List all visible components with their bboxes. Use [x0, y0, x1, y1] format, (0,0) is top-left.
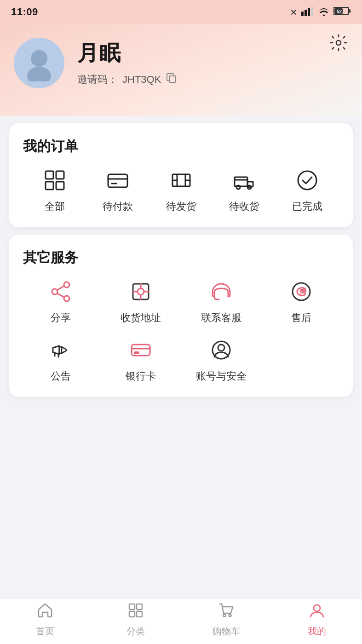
nav-category-label: 分类: [126, 625, 145, 638]
nav-mine-label: 我的: [308, 625, 326, 638]
nav-cart[interactable]: 购物车: [181, 602, 272, 638]
orders-card: 我的订单 全部: [9, 123, 353, 227]
avatar[interactable]: [14, 38, 64, 88]
order-receiving-label: 待收货: [229, 200, 259, 213]
svg-point-8: [336, 40, 341, 45]
service-support-label: 联系客服: [201, 311, 241, 325]
svg-point-56: [314, 605, 320, 611]
order-shipping[interactable]: 待发货: [149, 169, 213, 213]
order-all-icon: [43, 169, 66, 195]
order-all[interactable]: 全部: [23, 169, 86, 213]
svg-line-31: [57, 286, 64, 290]
service-aftersale-label: 售后: [291, 311, 311, 325]
svg-rect-12: [46, 171, 53, 179]
svg-point-27: [298, 171, 316, 190]
invite-code: JHT3QK: [122, 74, 161, 86]
order-payment-label: 待付款: [103, 200, 133, 213]
svg-text:售: 售: [299, 288, 305, 295]
svg-rect-13: [56, 171, 64, 179]
nav-mine[interactable]: 我的: [271, 602, 362, 638]
battery-icon: 52: [333, 6, 351, 18]
copy-icon[interactable]: [166, 72, 178, 87]
profile-header: 月眠 邀请码： JHT3QK: [0, 24, 362, 116]
services-grid: 分享 收货地址: [23, 280, 339, 383]
order-all-label: 全部: [45, 200, 65, 213]
service-address[interactable]: 收货地址: [103, 280, 178, 325]
order-payment-icon: [106, 169, 129, 195]
service-account[interactable]: 账号与安全: [184, 339, 259, 383]
service-address-label: 收货地址: [121, 311, 161, 325]
services-card: 其它服务 分享: [9, 235, 353, 397]
status-time-network: 11:09: [11, 6, 38, 18]
settings-icon[interactable]: [329, 33, 348, 57]
svg-point-9: [31, 50, 47, 67]
svg-rect-24: [235, 177, 247, 186]
service-announcement-label: 公告: [51, 369, 71, 383]
svg-rect-51: [137, 604, 142, 610]
svg-rect-50: [129, 604, 135, 610]
profile-info: 月眠 邀请码： JHT3QK: [14, 38, 348, 88]
wifi-icon: [318, 6, 330, 18]
category-icon: [127, 602, 144, 623]
order-grid: 全部 待付款: [23, 169, 339, 213]
svg-point-29: [52, 289, 57, 294]
svg-point-54: [223, 615, 225, 617]
service-aftersale[interactable]: 售 售后: [264, 280, 339, 325]
svg-rect-16: [108, 174, 127, 187]
order-receiving[interactable]: 待收货: [213, 169, 276, 213]
address-icon: [129, 280, 152, 306]
user-icon: [309, 602, 325, 623]
user-name: 月眠: [77, 39, 178, 68]
nav-home[interactable]: 首页: [0, 602, 91, 638]
service-bankcard[interactable]: 银行卡: [103, 339, 178, 383]
service-announcement[interactable]: 公告: [23, 339, 98, 383]
svg-point-49: [218, 345, 224, 351]
status-bar: 11:09 ⨯ 52: [0, 0, 362, 24]
nav-cart-label: 购物车: [213, 625, 240, 638]
svg-point-10: [27, 67, 51, 81]
svg-rect-53: [137, 611, 142, 617]
service-bankcard-label: 银行卡: [126, 369, 156, 383]
svg-rect-11: [169, 76, 176, 82]
order-payment[interactable]: 待付款: [86, 169, 149, 213]
home-icon: [37, 602, 53, 623]
share-icon: [49, 280, 72, 306]
svg-rect-3: [311, 6, 313, 16]
svg-point-34: [138, 288, 144, 295]
svg-point-28: [64, 282, 69, 288]
svg-rect-42: [59, 347, 62, 353]
status-icons: ⨯ 52: [290, 6, 351, 18]
svg-rect-1: [305, 10, 307, 16]
announcement-icon: [49, 339, 72, 365]
service-account-label: 账号与安全: [196, 369, 247, 383]
order-done-icon: [296, 169, 319, 195]
svg-rect-14: [46, 182, 53, 190]
svg-point-25: [236, 185, 240, 189]
svg-point-30: [64, 296, 69, 301]
cart-icon: [218, 602, 235, 623]
order-done-label: 已完成: [292, 200, 322, 213]
svg-rect-2: [308, 8, 310, 16]
services-title: 其它服务: [23, 248, 339, 267]
orders-title: 我的订单: [23, 137, 339, 156]
service-share[interactable]: 分享: [23, 280, 98, 325]
order-done[interactable]: 已完成: [276, 169, 339, 213]
svg-rect-47: [134, 351, 139, 354]
order-receiving-icon: [233, 169, 256, 195]
bluetooth-icon: ⨯: [290, 6, 298, 17]
invite-code-row: 邀请码： JHT3QK: [77, 72, 178, 87]
svg-rect-52: [129, 611, 135, 617]
svg-rect-45: [132, 345, 150, 356]
main-content: 我的订单 全部: [0, 116, 362, 644]
nav-category[interactable]: 分类: [91, 602, 181, 638]
svg-rect-0: [301, 12, 304, 16]
service-support[interactable]: 联系客服: [184, 280, 259, 325]
svg-line-32: [57, 293, 64, 297]
service-share-label: 分享: [51, 311, 71, 325]
bankcard-icon: [129, 339, 152, 365]
account-icon: [210, 339, 233, 365]
signal-icon: [301, 6, 314, 18]
order-shipping-icon: [170, 169, 193, 195]
aftersale-icon: 售: [290, 280, 313, 306]
order-shipping-label: 待发货: [166, 200, 196, 213]
